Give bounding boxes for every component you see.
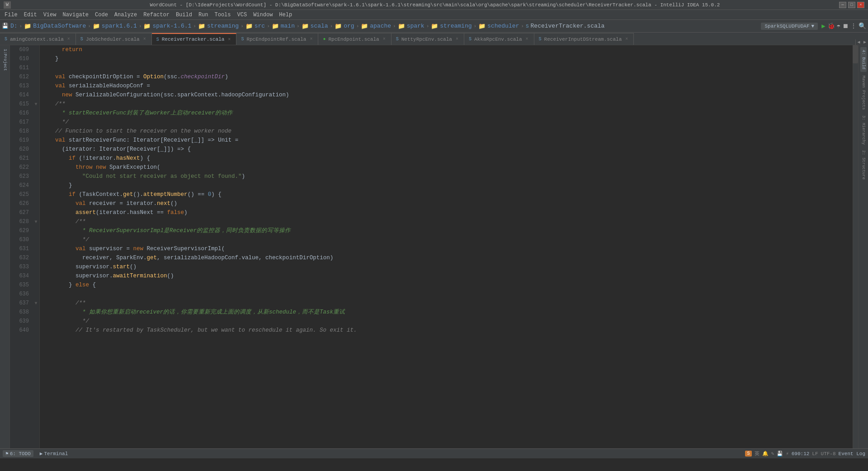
tab-icon-8: S bbox=[539, 37, 542, 42]
tab-icon-2: S bbox=[80, 37, 83, 42]
run-button[interactable]: ▶ bbox=[821, 22, 825, 30]
menu-build[interactable]: Build bbox=[173, 11, 195, 19]
menu-file[interactable]: File bbox=[2, 11, 20, 19]
minimize-button[interactable]: ─ bbox=[839, 2, 846, 8]
run-config-selector[interactable]: SparkSQLUDFUDAF ▼ bbox=[761, 23, 818, 30]
maximize-button[interactable]: □ bbox=[848, 2, 855, 8]
line-num-617: 617 bbox=[10, 118, 29, 127]
breadcrumb-toolbar: 💾 D: › 📁 BigDataSoftware › 📁 spark1.6.1 … bbox=[0, 20, 868, 33]
menu-vcs[interactable]: VCS bbox=[235, 11, 250, 19]
gutter-line-634 bbox=[33, 271, 39, 281]
tab-close-7[interactable]: × bbox=[525, 37, 529, 42]
gutter-line-639 bbox=[33, 317, 39, 326]
menu-code[interactable]: Code bbox=[92, 11, 111, 19]
code-line-611 bbox=[42, 63, 853, 72]
breadcrumb-d[interactable]: D: bbox=[10, 23, 18, 29]
editor-tabs: S amingContext.scala × S JobScheduler.sc… bbox=[0, 33, 868, 45]
search-button[interactable]: 🔍 bbox=[859, 22, 866, 30]
breadcrumb-file[interactable]: ReceiverTracker.scala bbox=[531, 23, 605, 29]
panel-maven[interactable]: Maven Projects bbox=[860, 73, 867, 113]
tab-rpcendpointref[interactable]: S RpcEndpointRef.scala × bbox=[236, 33, 318, 45]
tab-amingcontext[interactable]: S amingContext.scala × bbox=[0, 33, 76, 45]
breadcrumb-streaming2[interactable]: streaming bbox=[440, 23, 472, 29]
tab-close-8[interactable]: × bbox=[624, 37, 629, 42]
tab-scroll-right[interactable]: ▶ bbox=[862, 39, 868, 45]
breadcrumb-src[interactable]: src bbox=[255, 23, 265, 29]
breadcrumb-streaming[interactable]: streaming bbox=[207, 23, 239, 29]
menu-navigate[interactable]: Navigate bbox=[60, 11, 91, 19]
tab-close-2[interactable]: × bbox=[142, 37, 147, 42]
line-num-630: 630 bbox=[10, 235, 29, 244]
menu-run[interactable]: Run bbox=[196, 11, 211, 19]
tab-scroll-left[interactable]: ◀ bbox=[855, 39, 862, 45]
menu-view[interactable]: View bbox=[41, 11, 59, 19]
panel-hierarchy[interactable]: 3: Hierarchy bbox=[860, 113, 867, 147]
power-icon: ⚡ bbox=[786, 451, 789, 457]
tab-receiverinputdstream[interactable]: S ReceiverInputDStream.scala × bbox=[534, 33, 634, 45]
code-line-629: * ReceiverSupervisorImpl是Receiver的监控器，同时… bbox=[42, 226, 853, 235]
app-icon: W bbox=[4, 1, 11, 9]
breadcrumb-spark[interactable]: spark-1.6.1 bbox=[152, 23, 191, 29]
code-line-617: */ bbox=[42, 118, 853, 127]
terminal-button[interactable]: ▶ Terminal bbox=[37, 450, 71, 457]
line-num-613: 613 bbox=[10, 81, 29, 90]
code-line-637: /** bbox=[42, 299, 853, 308]
memory-icon: 💾 bbox=[777, 451, 783, 457]
run-config-name: SparkSQLUDFUDAF bbox=[764, 24, 809, 29]
todo-button[interactable]: ⚑ 6: TODO bbox=[3, 450, 33, 457]
window-controls: ─ □ × bbox=[839, 2, 864, 8]
menu-refactor[interactable]: Refactor bbox=[141, 11, 172, 19]
close-button[interactable]: × bbox=[857, 2, 864, 8]
panel-build[interactable]: 4: Build bbox=[860, 47, 867, 72]
code-line-627: assert(iterator.hasNext == false) bbox=[42, 208, 853, 217]
code-line-622: throw new SparkException( bbox=[42, 163, 853, 172]
menu-help[interactable]: Help bbox=[276, 11, 295, 19]
tab-rpcendpoint[interactable]: ● RpcEndpoint.scala × bbox=[318, 33, 391, 45]
line-num-625: 625 bbox=[10, 190, 29, 199]
sidebar-project[interactable]: 1:Project bbox=[0, 47, 9, 73]
breadcrumb-scheduler[interactable]: scheduler bbox=[487, 23, 519, 29]
breadcrumb-org[interactable]: org bbox=[344, 23, 354, 29]
dropdown-icon: ▼ bbox=[811, 24, 815, 29]
stop-button[interactable]: ⏹ bbox=[842, 23, 849, 30]
line-num-615: 615 bbox=[10, 100, 29, 109]
coverage-button[interactable]: ☂ bbox=[837, 22, 840, 30]
menu-analyze[interactable]: Analyze bbox=[112, 11, 140, 19]
tab-akkarpcenv[interactable]: S AkkaRpcEnv.scala × bbox=[464, 33, 534, 45]
code-editor[interactable]: return } val checkpointDirOption = Optio… bbox=[40, 45, 853, 448]
tab-close-5[interactable]: × bbox=[382, 37, 387, 42]
code-line-635: } else { bbox=[42, 281, 853, 290]
panel-structure[interactable]: 2: Structure bbox=[860, 147, 867, 182]
breadcrumb-main[interactable]: main bbox=[281, 23, 295, 29]
menu-window[interactable]: Window bbox=[250, 11, 275, 19]
breadcrumb-bigdata[interactable]: BigDataSoftware bbox=[33, 23, 86, 29]
editor-area[interactable]: 609 610 611 612 613 614 615 616 617 618 … bbox=[10, 45, 858, 448]
tab-close-3[interactable]: × bbox=[227, 37, 231, 42]
tab-nettyrpcenv[interactable]: S NettyRpcEnv.scala × bbox=[392, 33, 464, 45]
breadcrumb-spark2[interactable]: spark bbox=[407, 23, 425, 29]
tab-icon-5: ● bbox=[323, 37, 326, 42]
menu-edit[interactable]: Edit bbox=[21, 11, 40, 19]
more-button[interactable]: ⋮ bbox=[850, 22, 857, 30]
gutter-line-615: ▼ bbox=[33, 100, 39, 109]
breadcrumb-scala[interactable]: scala bbox=[311, 23, 328, 29]
code-line-618: // Function to start the receiver on the… bbox=[42, 127, 853, 136]
tab-close-6[interactable]: × bbox=[455, 37, 459, 42]
debug-button[interactable]: 🐞 bbox=[827, 22, 835, 30]
tab-close-4[interactable]: × bbox=[309, 37, 313, 42]
line-num-640: 640 bbox=[10, 326, 29, 335]
menu-tools[interactable]: Tools bbox=[212, 11, 234, 19]
event-log[interactable]: Event Log bbox=[839, 451, 865, 457]
encoding: UTF-8 bbox=[821, 451, 836, 457]
minimap-scroll[interactable] bbox=[853, 45, 858, 448]
code-line-616: * startReceiverFunc封装了在worker上启动receiver… bbox=[42, 109, 853, 118]
tab-jobscheduler[interactable]: S JobScheduler.scala × bbox=[76, 33, 152, 45]
code-line-621: if (!iterator.hasNext) { bbox=[42, 154, 853, 163]
notification-icon: 🔔 bbox=[762, 451, 769, 457]
tab-close-1[interactable]: × bbox=[66, 37, 71, 42]
menu-bar: File Edit View Navigate Code Analyze Ref… bbox=[0, 10, 868, 20]
breadcrumb-spark1[interactable]: spark1.6.1 bbox=[102, 23, 137, 29]
breadcrumb-apache[interactable]: apache bbox=[370, 23, 391, 29]
tab-receivertracker[interactable]: S ReceiverTracker.scala × bbox=[152, 33, 237, 45]
line-num-610: 610 bbox=[10, 54, 29, 63]
